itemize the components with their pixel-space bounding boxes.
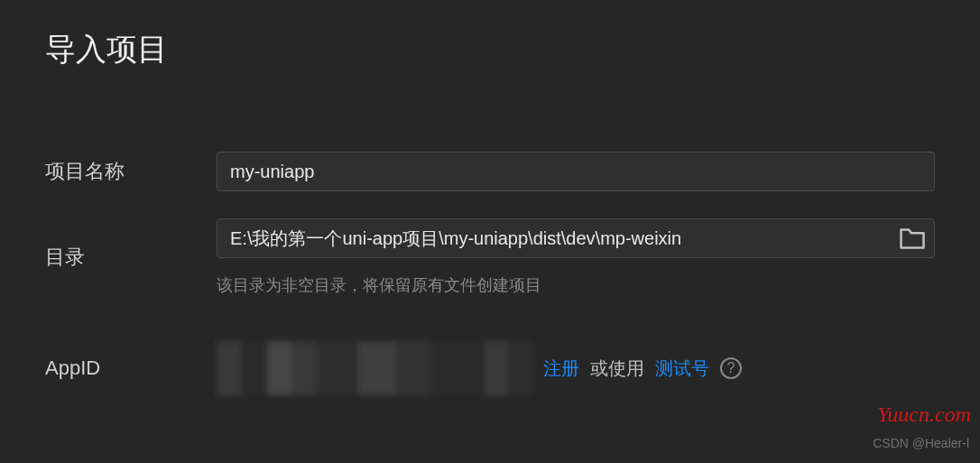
directory-input[interactable]	[217, 218, 935, 258]
project-name-label: 项目名称	[45, 158, 217, 185]
register-link[interactable]: 注册	[543, 357, 579, 381]
appid-label: AppID	[45, 357, 217, 380]
appid-row: AppID 注册 或使用 测试号 ?	[45, 341, 935, 395]
project-name-input[interactable]	[217, 152, 935, 191]
folder-icon	[899, 227, 926, 250]
test-account-link[interactable]: 测试号	[655, 357, 709, 381]
browse-folder-button[interactable]	[899, 227, 926, 249]
directory-label: 目录	[45, 244, 217, 271]
or-use-text: 或使用	[590, 357, 644, 381]
help-icon[interactable]: ?	[720, 357, 742, 379]
directory-row: 目录 该目录为非空目录，将保留原有文件创建项目	[45, 218, 935, 296]
dialog-title: 导入项目	[45, 29, 935, 70]
project-name-row: 项目名称	[45, 152, 935, 191]
appid-redacted-value	[217, 341, 532, 395]
directory-helper-text: 该目录为非空目录，将保留原有文件创建项目	[217, 274, 935, 296]
attribution-text: CSDN @Healer-l	[873, 436, 969, 450]
watermark-text: Yuucn.com	[877, 403, 971, 427]
